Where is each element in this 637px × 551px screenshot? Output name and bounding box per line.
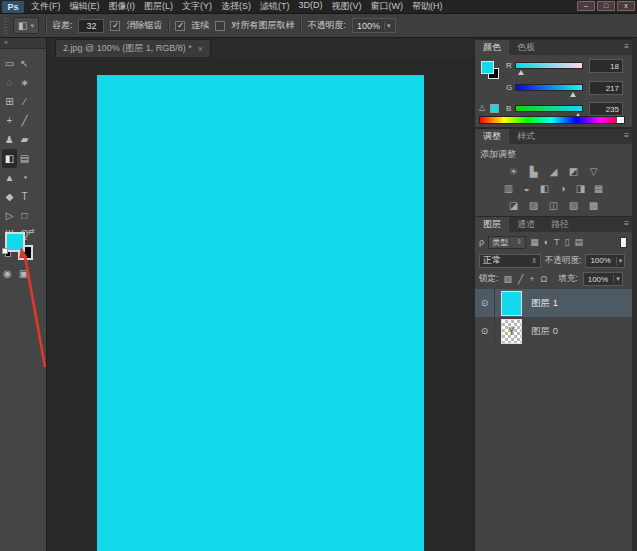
quick-mask-button[interactable]: ◉ bbox=[3, 268, 12, 279]
tab-swatches[interactable]: 色板 bbox=[509, 40, 543, 55]
panel-menu-icon[interactable]: ≡ bbox=[624, 219, 629, 228]
channel-mixer-icon[interactable]: ◨ bbox=[574, 182, 587, 195]
panel-menu-icon[interactable]: ≡ bbox=[624, 131, 629, 140]
red-slider-handle[interactable] bbox=[518, 70, 524, 75]
black-white-icon[interactable]: ◧ bbox=[538, 182, 551, 195]
gradient-tool[interactable]: ▤ bbox=[17, 149, 32, 168]
menu-edit[interactable]: 编辑(E) bbox=[70, 0, 100, 13]
lock-pixels-icon[interactable]: ╱ bbox=[518, 274, 523, 284]
paint-bucket-tool[interactable]: ◧ bbox=[2, 149, 17, 168]
fill-dropdown[interactable]: 100% ▾ bbox=[583, 272, 623, 286]
green-slider-handle[interactable] bbox=[570, 92, 576, 97]
selective-color-icon[interactable]: ▩ bbox=[587, 199, 600, 212]
lock-transparency-icon[interactable]: ▨ bbox=[503, 274, 512, 284]
antialias-checkbox[interactable]: ✓ bbox=[110, 21, 120, 31]
filter-adjustment-layers-icon[interactable]: ◐ bbox=[544, 237, 549, 247]
pen-tool[interactable]: ◆ bbox=[2, 187, 17, 206]
blue-value[interactable]: 235 bbox=[589, 102, 623, 116]
menu-window[interactable]: 窗口(W) bbox=[371, 0, 404, 13]
vibrance-icon[interactable]: ▽ bbox=[587, 165, 600, 178]
tolerance-input[interactable]: 32 bbox=[78, 19, 104, 33]
eyedropper-tool[interactable]: ∕ bbox=[17, 92, 32, 111]
menu-select[interactable]: 选择(S) bbox=[221, 0, 251, 13]
menu-help[interactable]: 帮助(H) bbox=[412, 0, 443, 13]
lock-position-icon[interactable]: + bbox=[529, 274, 534, 284]
color-balance-icon[interactable]: ◒ bbox=[520, 182, 533, 195]
sample-all-layers-checkbox[interactable] bbox=[215, 21, 225, 31]
rectangle-tool[interactable]: □ bbox=[17, 206, 32, 225]
quick-selection-tool[interactable]: ∗ bbox=[17, 73, 32, 92]
blue-slider[interactable] bbox=[515, 105, 583, 112]
layer-row-1[interactable]: ⊙ 图层 1 bbox=[475, 289, 632, 317]
tab-channels[interactable]: 通道 bbox=[509, 217, 543, 232]
layer-filter-toggle[interactable] bbox=[620, 237, 627, 248]
blur-tool[interactable]: ▲ bbox=[2, 168, 17, 187]
visibility-eye-icon[interactable]: ⊙ bbox=[475, 317, 495, 345]
green-value[interactable]: 217 bbox=[589, 81, 623, 95]
filter-smart-objects-icon[interactable]: ▤ bbox=[575, 237, 584, 247]
toolbar-collapse-handle[interactable]: « bbox=[0, 38, 46, 49]
menu-view[interactable]: 视图(V) bbox=[332, 0, 362, 13]
lasso-tool[interactable]: ◌ bbox=[2, 73, 17, 92]
document-tab[interactable]: 2.jpg @ 100% (图层 1, RGB/8) * × bbox=[55, 39, 211, 57]
photo-filter-icon[interactable]: ◑ bbox=[556, 182, 569, 195]
eraser-tool[interactable]: ▰ bbox=[17, 130, 32, 149]
blend-mode-dropdown[interactable]: 正常 ⇕ bbox=[479, 254, 541, 268]
close-button[interactable]: x bbox=[617, 1, 635, 11]
foreground-color-swatch[interactable] bbox=[5, 232, 25, 252]
contiguous-checkbox[interactable]: ✓ bbox=[175, 21, 185, 31]
posterize-icon[interactable]: ▨ bbox=[527, 199, 540, 212]
minimize-button[interactable]: – bbox=[577, 1, 595, 11]
layer-0-thumbnail[interactable]: Y bbox=[501, 319, 522, 344]
visibility-eye-icon[interactable]: ⊙ bbox=[475, 289, 495, 317]
exposure-icon[interactable]: ◩ bbox=[567, 165, 580, 178]
filter-pixel-layers-icon[interactable]: ▦ bbox=[530, 237, 539, 247]
gamut-color-chip[interactable] bbox=[490, 104, 499, 113]
brightness-contrast-icon[interactable]: ☀ bbox=[507, 165, 520, 178]
brush-tool[interactable]: ╱ bbox=[17, 111, 32, 130]
layer-row-0[interactable]: ⊙ Y 图层 0 bbox=[475, 317, 632, 345]
curves-icon[interactable]: ◢ bbox=[547, 165, 560, 178]
spot-healing-brush-tool[interactable]: + bbox=[2, 111, 17, 130]
menu-layer[interactable]: 图层(L) bbox=[144, 0, 173, 13]
gradient-map-icon[interactable]: ▧ bbox=[567, 199, 580, 212]
white-chip[interactable] bbox=[616, 117, 624, 123]
menu-type[interactable]: 文字(Y) bbox=[182, 0, 212, 13]
layer-opacity-dropdown[interactable]: 100% ▾ bbox=[585, 254, 625, 268]
rectangular-marquee-tool[interactable]: ▭ bbox=[2, 54, 17, 73]
clone-stamp-tool[interactable]: ♟ bbox=[2, 130, 17, 149]
panel-foreground-swatch[interactable] bbox=[481, 61, 494, 74]
menu-filter[interactable]: 滤镜(T) bbox=[260, 0, 290, 13]
filter-type-layers-icon[interactable]: T bbox=[554, 237, 560, 247]
levels-icon[interactable]: ▙ bbox=[527, 165, 540, 178]
screen-mode-button[interactable]: ▣ bbox=[19, 268, 28, 279]
color-lookup-icon[interactable]: ▦ bbox=[592, 182, 605, 195]
tab-adjustments[interactable]: 调整 bbox=[475, 129, 509, 144]
tab-paths[interactable]: 路径 bbox=[543, 217, 577, 232]
threshold-icon[interactable]: ◫ bbox=[547, 199, 560, 212]
color-spectrum-bar[interactable] bbox=[479, 116, 625, 124]
canvas[interactable] bbox=[97, 75, 424, 551]
crop-tool[interactable]: ⊞ bbox=[2, 92, 17, 111]
tab-layers[interactable]: 图层 bbox=[475, 217, 509, 232]
layer-1-thumbnail[interactable] bbox=[501, 291, 522, 316]
move-tool[interactable]: ↖ bbox=[17, 54, 32, 73]
hue-saturation-icon[interactable]: ▥ bbox=[502, 182, 515, 195]
tool-preset-picker[interactable]: ◧ ▾ bbox=[13, 17, 39, 34]
filter-shape-layers-icon[interactable]: ▯ bbox=[565, 237, 570, 247]
lock-all-icon[interactable]: Ω bbox=[541, 274, 548, 284]
menu-image[interactable]: 图像(I) bbox=[109, 0, 136, 13]
maximize-button[interactable]: □ bbox=[597, 1, 615, 11]
red-slider[interactable] bbox=[515, 62, 583, 69]
panel-menu-icon[interactable]: ≡ bbox=[624, 42, 629, 51]
green-slider[interactable] bbox=[515, 84, 583, 91]
dodge-tool[interactable]: ◔ bbox=[17, 168, 32, 187]
gamut-warning-icon[interactable]: △ bbox=[479, 103, 485, 112]
path-selection-tool[interactable]: ▷ bbox=[2, 206, 17, 225]
filter-type-dropdown[interactable]: 类型 ⇕ bbox=[488, 236, 526, 249]
tab-styles[interactable]: 样式 bbox=[509, 129, 543, 144]
invert-icon[interactable]: ◪ bbox=[507, 199, 520, 212]
menu-file[interactable]: 文件(F) bbox=[31, 0, 61, 13]
tab-close-icon[interactable]: × bbox=[198, 44, 203, 54]
opacity-dropdown[interactable]: 100% ▾ bbox=[352, 18, 396, 33]
